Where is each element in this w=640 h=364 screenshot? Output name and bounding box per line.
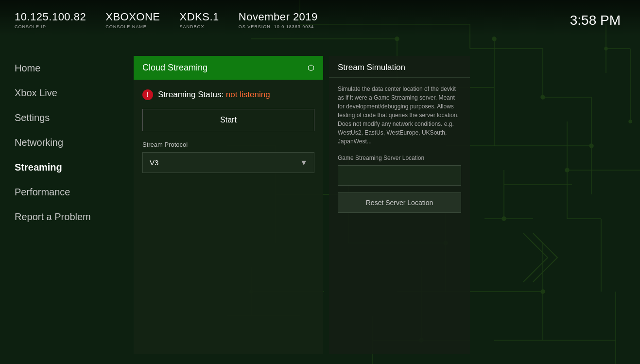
stream-protocol-dropdown-container: V3 V2 V1 ▼ <box>142 152 314 173</box>
sidebar: Home Xbox Live Settings Networking Strea… <box>0 46 124 364</box>
streaming-status-value: not listening <box>226 90 270 99</box>
sidebar-item-report-problem-label: Report a Problem <box>15 211 91 222</box>
header: 10.125.100.82 CONSOLE IP XBOXONE CONSOLE… <box>0 0 640 36</box>
stream-simulation-body: Simulate the data center location of the… <box>329 78 470 354</box>
stream-protocol-label: Stream Protocol <box>142 141 314 148</box>
console-ip-label: CONSOLE IP <box>15 24 86 29</box>
console-ip-item: 10.125.100.82 CONSOLE IP <box>15 11 86 29</box>
location-input[interactable] <box>338 165 461 186</box>
error-icon: ! <box>142 89 153 100</box>
console-ip-value: 10.125.100.82 <box>15 11 86 23</box>
sidebar-item-performance-label: Performance <box>15 187 70 197</box>
start-button[interactable]: Start <box>142 109 314 131</box>
sidebar-item-networking[interactable]: Networking <box>0 130 124 155</box>
main-content: Cloud Streaming ⬡ ! Streaming Status: no… <box>124 46 640 364</box>
header-left: 10.125.100.82 CONSOLE IP XBOXONE CONSOLE… <box>15 11 318 29</box>
reset-server-location-button[interactable]: Reset Server Location <box>338 192 461 213</box>
start-button-label: Start <box>220 116 237 124</box>
os-version-item: November 2019 OS VERSION: 10.0.18363.903… <box>239 11 318 29</box>
cloud-streaming-body: ! Streaming Status: not listening Start … <box>134 80 323 354</box>
sandbox-label: SANDBOX <box>180 24 219 29</box>
sidebar-item-streaming-label: Streaming <box>15 162 62 173</box>
sidebar-item-xbox-live-label: Xbox Live <box>15 87 57 98</box>
sidebar-item-settings[interactable]: Settings <box>0 105 124 130</box>
streaming-status-prefix: Streaming Status: <box>158 90 224 99</box>
sandbox-item: XDKS.1 SANDBOX <box>180 11 219 29</box>
sidebar-item-settings-label: Settings <box>15 112 50 123</box>
os-version-label: OS VERSION: 10.0.18363.9034 <box>239 24 318 29</box>
cloud-streaming-header: Cloud Streaming ⬡ <box>134 56 323 80</box>
sidebar-item-performance[interactable]: Performance <box>0 180 124 205</box>
console-name-item: XBOXONE CONSOLE NAME <box>105 11 160 29</box>
sidebar-item-xbox-live[interactable]: Xbox Live <box>0 81 124 105</box>
cloud-streaming-title: Cloud Streaming <box>142 63 208 73</box>
streaming-status-row: ! Streaming Status: not listening <box>142 89 314 100</box>
stream-simulation-description: Simulate the data center location of the… <box>338 85 461 146</box>
reset-button-label: Reset Server Location <box>366 199 433 207</box>
sidebar-item-streaming[interactable]: Streaming <box>0 155 124 180</box>
svg-point-32 <box>395 37 399 41</box>
svg-point-33 <box>492 37 496 41</box>
console-name-label: CONSOLE NAME <box>105 24 160 29</box>
stream-simulation-header: Stream Simulation <box>329 56 470 78</box>
console-name-value: XBOXONE <box>105 11 160 23</box>
os-version-value: November 2019 <box>239 11 318 23</box>
stream-protocol-select[interactable]: V3 V2 V1 <box>142 152 314 173</box>
cloud-streaming-panel: Cloud Streaming ⬡ ! Streaming Status: no… <box>134 56 323 354</box>
sidebar-item-report-problem[interactable]: Report a Problem <box>0 205 124 229</box>
sandbox-value: XDKS.1 <box>180 11 219 23</box>
stream-simulation-title: Stream Simulation <box>338 63 405 72</box>
streaming-status-text: Streaming Status: not listening <box>158 90 270 100</box>
stream-simulation-panel: Stream Simulation Simulate the data cent… <box>329 56 470 354</box>
sidebar-item-home[interactable]: Home <box>0 56 124 81</box>
sidebar-item-networking-label: Networking <box>15 137 63 148</box>
sidebar-item-home-label: Home <box>15 63 40 73</box>
clock: 3:58 PM <box>570 13 621 28</box>
streaming-icon: ⬡ <box>308 63 314 72</box>
location-label: Game Streaming Server Location <box>338 155 461 161</box>
